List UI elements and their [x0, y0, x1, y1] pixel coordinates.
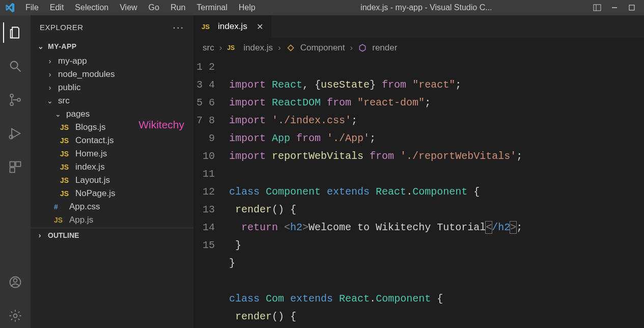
menu-selection[interactable]: Selection	[70, 1, 114, 14]
svg-rect-0	[594, 5, 601, 11]
tree-label: pages	[66, 109, 90, 119]
svg-point-4	[11, 62, 18, 69]
breadcrumb-part[interactable]: render	[372, 43, 397, 53]
chevron-right-icon: ›	[36, 231, 44, 239]
svg-rect-11	[16, 162, 20, 167]
outline-label: OUTLINE	[48, 231, 79, 239]
titlebar: File Edit Selection View Go Run Terminal…	[0, 0, 644, 15]
js-file-icon: JS	[227, 44, 238, 51]
tab-index-js[interactable]: JS index.js ✕	[193, 15, 272, 38]
js-file-icon: JS	[60, 189, 71, 198]
activity-explorer[interactable]	[3, 20, 27, 45]
svg-point-15	[14, 314, 17, 318]
tree-file-app-js[interactable]: JS App.js	[31, 213, 193, 227]
close-icon[interactable]: ✕	[257, 22, 263, 32]
chevron-down-icon: ⌄	[37, 42, 45, 50]
method-icon	[358, 43, 367, 52]
tree-file-home[interactable]: JS Home.js	[31, 147, 193, 160]
js-file-icon: JS	[60, 163, 71, 171]
js-file-icon: JS	[60, 123, 71, 131]
svg-rect-10	[10, 162, 15, 167]
file-tree: Wikitechy › my-app › node_modules › publ…	[31, 53, 193, 228]
tree-folder-my-app[interactable]: › my-app	[31, 54, 193, 68]
maximize-icon[interactable]	[627, 3, 637, 13]
svg-point-9	[9, 135, 13, 139]
layout-icon[interactable]	[592, 3, 602, 13]
tab-label: index.js	[218, 21, 247, 32]
activity-settings[interactable]	[3, 304, 27, 328]
menu-run[interactable]: Run	[165, 1, 190, 14]
tree-label: node_modules	[58, 69, 115, 79]
menu-help[interactable]: Help	[234, 1, 261, 14]
tree-label: Layout.js	[75, 175, 110, 185]
line-gutter: 1 2 3 4 5 6 7 8 9 10 11 12 13 14 15	[193, 58, 224, 325]
tree-file-nopage[interactable]: JS NoPage.js	[31, 187, 193, 200]
project-section[interactable]: ⌄ MY-APP	[31, 39, 193, 53]
activity-search[interactable]	[3, 54, 27, 78]
menu-go[interactable]: Go	[144, 1, 164, 14]
js-file-icon: JS	[60, 136, 71, 145]
minimize-icon[interactable]	[609, 3, 620, 13]
window-controls	[592, 3, 640, 13]
tree-label: App.js	[69, 215, 93, 225]
tree-label: public	[58, 83, 80, 93]
project-name: MY-APP	[48, 42, 77, 50]
class-icon	[286, 43, 295, 52]
activity-source-control[interactable]	[3, 88, 27, 112]
tree-label: index.js	[75, 162, 105, 172]
vscode-logo-icon	[4, 2, 15, 13]
outline-section[interactable]: › OUTLINE	[31, 228, 193, 242]
menu-file[interactable]: File	[20, 1, 44, 14]
tree-label: Home.js	[75, 149, 107, 159]
svg-point-14	[14, 279, 17, 282]
breadcrumb-part[interactable]: index.js	[243, 43, 273, 53]
menu-view[interactable]: View	[115, 1, 142, 14]
tree-file-index[interactable]: JS index.js	[31, 160, 193, 174]
menu-terminal[interactable]: Terminal	[191, 1, 232, 14]
tree-label: Contact.js	[75, 135, 114, 146]
breadcrumb-part[interactable]: Component	[300, 43, 345, 53]
explorer-more-icon[interactable]: ···	[173, 21, 184, 33]
tree-file-app-css[interactable]: # App.css	[31, 200, 193, 213]
svg-line-5	[17, 68, 21, 72]
tree-label: Blogs.js	[75, 122, 106, 132]
css-file-icon: #	[54, 203, 65, 211]
js-file-icon: JS	[60, 150, 71, 158]
chevron-right-icon: ›	[278, 43, 281, 53]
menubar: File Edit Selection View Go Run Terminal…	[20, 1, 261, 14]
chevron-right-icon: ›	[219, 43, 222, 53]
menu-edit[interactable]: Edit	[45, 1, 69, 14]
tree-folder-src[interactable]: ⌄ src	[31, 94, 193, 107]
svg-point-7	[10, 102, 13, 105]
tree-file-contact[interactable]: JS Contact.js	[31, 134, 193, 147]
tree-folder-node-modules[interactable]: › node_modules	[31, 68, 193, 81]
activity-bar	[0, 15, 31, 328]
breadcrumb[interactable]: src › JS index.js › Component › render	[193, 38, 644, 58]
tree-label: NoPage.js	[75, 188, 115, 199]
svg-rect-12	[10, 168, 15, 172]
chevron-right-icon: ›	[350, 43, 353, 53]
js-file-icon: JS	[202, 23, 213, 31]
tree-folder-public[interactable]: › public	[31, 81, 193, 94]
explorer-sidebar: EXPLORER ··· ⌄ MY-APP Wikitechy › my-app…	[31, 15, 193, 328]
activity-run-debug[interactable]	[3, 121, 27, 146]
svg-point-6	[10, 94, 13, 97]
tree-file-layout[interactable]: JS Layout.js	[31, 174, 193, 187]
js-file-icon: JS	[60, 176, 71, 184]
tree-label: App.css	[69, 202, 100, 212]
code-editor[interactable]: 1 2 3 4 5 6 7 8 9 10 11 12 13 14 15 impo…	[193, 58, 644, 325]
svg-rect-3	[629, 5, 634, 10]
chevron-right-icon: ›	[46, 57, 54, 65]
chevron-right-icon: ›	[46, 84, 54, 92]
editor-area: JS index.js ✕ src › JS index.js › Compon…	[193, 15, 644, 328]
svg-point-8	[17, 98, 20, 101]
breadcrumb-part[interactable]: src	[203, 43, 214, 53]
tab-bar: JS index.js ✕	[193, 15, 644, 38]
window-title: index.js - my-app - Visual Studio C...	[263, 3, 590, 12]
watermark-text: Wikitechy	[138, 119, 184, 131]
chevron-down-icon: ⌄	[54, 110, 62, 118]
activity-extensions[interactable]	[3, 155, 27, 179]
js-file-icon: JS	[54, 216, 65, 224]
code-lines[interactable]: import React, {useState} from "react"; i…	[224, 58, 644, 325]
activity-account[interactable]	[3, 270, 27, 294]
